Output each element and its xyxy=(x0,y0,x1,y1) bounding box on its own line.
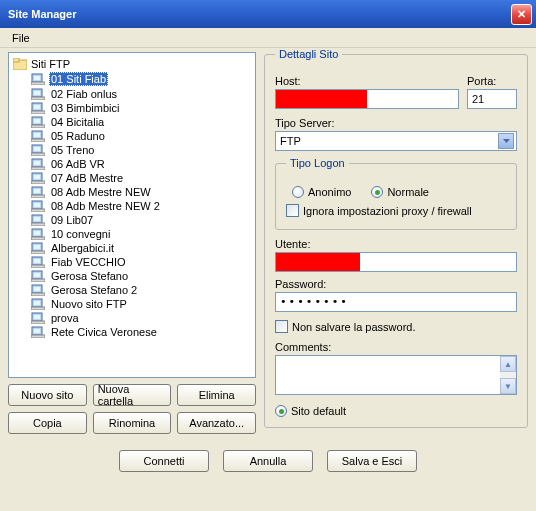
tree-item[interactable]: 06 AdB VR xyxy=(31,157,251,171)
svg-rect-33 xyxy=(34,217,40,221)
tree-item[interactable]: Albergabici.it xyxy=(31,241,251,255)
tree-item[interactable]: Fiab VECCHIO xyxy=(31,255,251,269)
tree-item[interactable]: 04 Bicitalia xyxy=(31,115,251,129)
svg-rect-40 xyxy=(31,251,45,254)
computer-icon xyxy=(31,130,45,142)
svg-rect-45 xyxy=(34,273,40,277)
svg-rect-16 xyxy=(31,139,45,142)
tree-item[interactable]: 05 Raduno xyxy=(31,129,251,143)
svg-rect-36 xyxy=(34,231,40,235)
logon-type-group: Tipo Logon Anonimo Normale Ignora impost… xyxy=(275,163,517,230)
computer-icon xyxy=(31,228,45,240)
svg-rect-6 xyxy=(34,91,40,95)
radio-normal[interactable]: Normale xyxy=(371,186,429,198)
svg-rect-10 xyxy=(31,111,45,114)
tree-item[interactable]: 01 Siti Fiab xyxy=(31,71,251,87)
folder-icon xyxy=(13,58,27,70)
advanced-button[interactable]: Avanzato... xyxy=(177,412,256,434)
tree-item[interactable]: Gerosa Stefano xyxy=(31,269,251,283)
tree-item[interactable]: Nuovo sito FTP xyxy=(31,297,251,311)
svg-rect-52 xyxy=(31,307,45,310)
server-type-combo[interactable]: FTP xyxy=(275,131,517,151)
tree-item[interactable]: Rete Civica Veronese xyxy=(31,325,251,339)
svg-rect-13 xyxy=(31,125,45,128)
new-folder-button[interactable]: Nuova cartella xyxy=(93,384,172,406)
password-input[interactable]: •••••••• xyxy=(275,292,517,312)
svg-rect-22 xyxy=(31,167,45,170)
svg-rect-9 xyxy=(34,105,40,109)
tree-item[interactable]: 05 Treno xyxy=(31,143,251,157)
host-input[interactable] xyxy=(275,89,459,109)
computer-icon xyxy=(31,298,45,310)
svg-rect-15 xyxy=(34,133,40,137)
comments-label: Comments: xyxy=(275,341,517,353)
tree-item-label: prova xyxy=(49,312,81,324)
radio-anonymous-label: Anonimo xyxy=(308,186,351,198)
radio-anonymous[interactable]: Anonimo xyxy=(292,186,351,198)
svg-rect-54 xyxy=(34,315,40,319)
svg-rect-7 xyxy=(31,97,45,100)
tree-item[interactable]: 07 AdB Mestre xyxy=(31,171,251,185)
svg-rect-28 xyxy=(31,195,45,198)
ignore-proxy-checkbox[interactable]: Ignora impostazioni proxy / firewall xyxy=(286,204,506,217)
cancel-button[interactable]: Annulla xyxy=(223,450,313,472)
scroll-down-icon[interactable]: ▼ xyxy=(500,378,516,394)
tree-item-label: 08 Adb Mestre NEW 2 xyxy=(49,200,162,212)
copy-button[interactable]: Copia xyxy=(8,412,87,434)
close-icon: ✕ xyxy=(517,8,526,21)
svg-rect-51 xyxy=(34,301,40,305)
tree-item-label: 02 Fiab onlus xyxy=(49,88,119,100)
svg-rect-27 xyxy=(34,189,40,193)
no-save-password-checkbox[interactable]: Non salvare la password. xyxy=(275,320,517,333)
computer-icon xyxy=(31,158,45,170)
titlebar[interactable]: Site Manager ✕ xyxy=(0,0,536,28)
computer-icon xyxy=(31,312,45,324)
svg-rect-55 xyxy=(31,321,45,324)
new-site-button[interactable]: Nuovo sito xyxy=(8,384,87,406)
tree-item[interactable]: 08 Adb Mestre NEW xyxy=(31,185,251,199)
svg-rect-19 xyxy=(31,153,45,156)
tree-item[interactable]: prova xyxy=(31,311,251,325)
tree-item-label: 05 Treno xyxy=(49,144,96,156)
tree-root-label: Siti FTP xyxy=(31,58,70,70)
radio-icon xyxy=(371,186,383,198)
tree-root[interactable]: Siti FTP xyxy=(13,57,251,71)
svg-rect-46 xyxy=(31,279,45,282)
tree-item[interactable]: 09 Lib07 xyxy=(31,213,251,227)
delete-button[interactable]: Elimina xyxy=(177,384,256,406)
tree-item-label: Albergabici.it xyxy=(49,242,116,254)
tree-item[interactable]: 08 Adb Mestre NEW 2 xyxy=(31,199,251,213)
menubar: File xyxy=(0,28,536,48)
connect-button[interactable]: Connetti xyxy=(119,450,209,472)
tree-item-label: Rete Civica Veronese xyxy=(49,326,159,338)
svg-rect-49 xyxy=(31,293,45,296)
tree-item[interactable]: 10 convegni xyxy=(31,227,251,241)
user-input[interactable] xyxy=(275,252,517,272)
chevron-down-icon xyxy=(498,133,514,149)
password-value: •••••••• xyxy=(280,295,349,308)
tree-item[interactable]: 02 Fiab onlus xyxy=(31,87,251,101)
host-label: Host: xyxy=(275,75,459,87)
svg-rect-4 xyxy=(31,82,45,85)
menu-file[interactable]: File xyxy=(6,30,36,46)
port-input[interactable] xyxy=(467,89,517,109)
save-exit-button[interactable]: Salva e Esci xyxy=(327,450,417,472)
comments-input[interactable]: ▲ ▼ xyxy=(275,355,517,395)
scrollbar[interactable]: ▲ ▼ xyxy=(500,356,516,394)
site-tree[interactable]: Siti FTP 01 Siti Fiab02 Fiab onlus03 Bim… xyxy=(8,52,256,378)
close-button[interactable]: ✕ xyxy=(511,4,532,25)
rename-button[interactable]: Rinomina xyxy=(93,412,172,434)
tree-item-label: 10 convegni xyxy=(49,228,112,240)
scroll-up-icon[interactable]: ▲ xyxy=(500,356,516,372)
tree-item-label: 03 Bimbimbici xyxy=(49,102,121,114)
ignore-proxy-label: Ignora impostazioni proxy / firewall xyxy=(303,205,472,217)
tree-item-label: Fiab VECCHIO xyxy=(49,256,128,268)
tree-item[interactable]: 03 Bimbimbici xyxy=(31,101,251,115)
computer-icon xyxy=(31,73,45,85)
default-site-radio[interactable]: Sito default xyxy=(275,405,517,417)
computer-icon xyxy=(31,144,45,156)
svg-rect-57 xyxy=(34,329,40,333)
svg-rect-18 xyxy=(34,147,40,151)
tree-item[interactable]: Gerosa Stefano 2 xyxy=(31,283,251,297)
svg-rect-21 xyxy=(34,161,40,165)
